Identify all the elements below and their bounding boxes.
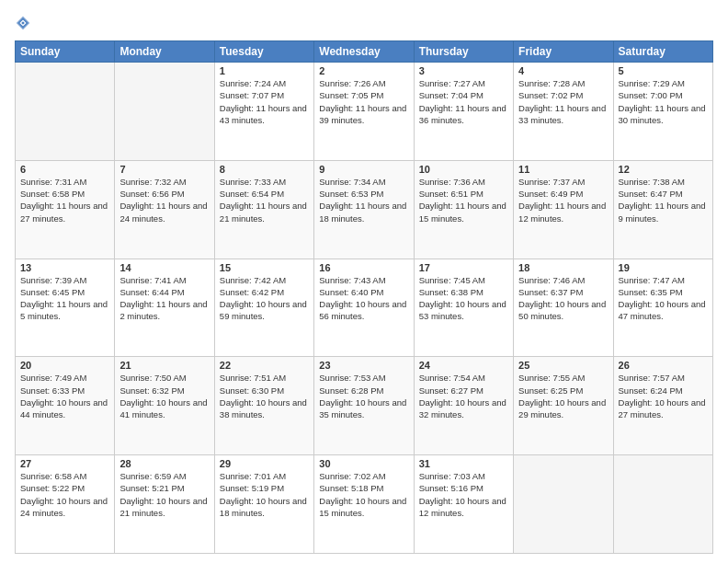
- week-row-4: 20Sunrise: 7:49 AMSunset: 6:33 PMDayligh…: [16, 357, 713, 455]
- day-cell: 23Sunrise: 7:53 AMSunset: 6:28 PMDayligh…: [314, 357, 414, 455]
- day-cell: 25Sunrise: 7:55 AMSunset: 6:25 PMDayligh…: [514, 357, 613, 455]
- header: [15, 15, 713, 31]
- day-cell: 15Sunrise: 7:42 AMSunset: 6:42 PMDayligh…: [214, 259, 313, 357]
- day-number: 27: [20, 458, 109, 469]
- day-cell: 20Sunrise: 7:49 AMSunset: 6:33 PMDayligh…: [16, 357, 115, 455]
- day-cell: [613, 455, 712, 554]
- day-number: 22: [220, 360, 309, 371]
- day-info: Sunrise: 7:43 AMSunset: 6:40 PMDaylight:…: [319, 275, 406, 322]
- day-cell: 2Sunrise: 7:26 AMSunset: 7:05 PMDaylight…: [314, 63, 414, 161]
- week-row-3: 13Sunrise: 7:39 AMSunset: 6:45 PMDayligh…: [16, 259, 713, 357]
- day-number: 16: [319, 262, 408, 273]
- day-number: 1: [220, 65, 309, 76]
- day-info: Sunrise: 7:57 AMSunset: 6:24 PMDaylight:…: [619, 373, 706, 419]
- day-info: Sunrise: 7:42 AMSunset: 6:42 PMDaylight:…: [220, 275, 307, 322]
- week-row-2: 6Sunrise: 7:31 AMSunset: 6:58 PMDaylight…: [16, 160, 713, 259]
- day-info: Sunrise: 7:53 AMSunset: 6:28 PMDaylight:…: [319, 373, 406, 419]
- day-info: Sunrise: 7:33 AMSunset: 6:54 PMDaylight:…: [220, 177, 307, 224]
- day-info: Sunrise: 7:46 AMSunset: 6:37 PMDaylight:…: [518, 275, 606, 322]
- day-number: 24: [419, 360, 508, 371]
- day-number: 9: [319, 164, 408, 175]
- day-number: 21: [119, 360, 209, 371]
- dow-header-friday: Friday: [514, 41, 613, 63]
- day-cell: 17Sunrise: 7:45 AMSunset: 6:38 PMDayligh…: [414, 259, 513, 357]
- day-number: 20: [20, 360, 109, 371]
- day-cell: 10Sunrise: 7:36 AMSunset: 6:51 PMDayligh…: [414, 160, 513, 259]
- dow-header-sunday: Sunday: [16, 41, 115, 63]
- day-number: 3: [419, 65, 508, 76]
- day-info: Sunrise: 7:26 AMSunset: 7:05 PMDaylight:…: [319, 78, 406, 125]
- day-info: Sunrise: 7:41 AMSunset: 6:44 PMDaylight:…: [119, 275, 207, 322]
- day-info: Sunrise: 6:58 AMSunset: 5:22 PMDaylight:…: [20, 471, 108, 518]
- day-number: 26: [619, 360, 708, 371]
- day-info: Sunrise: 7:50 AMSunset: 6:32 PMDaylight:…: [119, 373, 207, 419]
- day-cell: 5Sunrise: 7:29 AMSunset: 7:00 PMDaylight…: [613, 63, 712, 161]
- day-number: 13: [20, 262, 109, 273]
- day-info: Sunrise: 7:28 AMSunset: 7:02 PMDaylight:…: [518, 78, 606, 125]
- dow-header-monday: Monday: [115, 41, 214, 63]
- day-cell: 9Sunrise: 7:34 AMSunset: 6:53 PMDaylight…: [314, 160, 414, 259]
- day-number: 5: [619, 65, 708, 76]
- day-cell: 12Sunrise: 7:38 AMSunset: 6:47 PMDayligh…: [613, 160, 712, 259]
- day-cell: 4Sunrise: 7:28 AMSunset: 7:02 PMDaylight…: [514, 63, 613, 161]
- day-info: Sunrise: 7:24 AMSunset: 7:07 PMDaylight:…: [220, 78, 307, 125]
- day-number: 11: [518, 164, 608, 175]
- day-cell: [115, 63, 214, 161]
- day-cell: 7Sunrise: 7:32 AMSunset: 6:56 PMDaylight…: [115, 160, 214, 259]
- day-cell: [514, 455, 613, 554]
- day-number: 2: [319, 65, 408, 76]
- day-info: Sunrise: 7:34 AMSunset: 6:53 PMDaylight:…: [319, 177, 406, 224]
- day-number: 18: [518, 262, 608, 273]
- day-info: Sunrise: 7:03 AMSunset: 5:16 PMDaylight:…: [419, 471, 506, 518]
- day-cell: 1Sunrise: 7:24 AMSunset: 7:07 PMDaylight…: [214, 63, 313, 161]
- day-cell: 16Sunrise: 7:43 AMSunset: 6:40 PMDayligh…: [314, 259, 414, 357]
- day-info: Sunrise: 7:31 AMSunset: 6:58 PMDaylight:…: [20, 177, 108, 224]
- day-number: 19: [619, 262, 708, 273]
- day-number: 6: [20, 164, 109, 175]
- logo-icon: [15, 15, 31, 31]
- day-number: 14: [119, 262, 209, 273]
- day-number: 23: [319, 360, 408, 371]
- day-cell: 21Sunrise: 7:50 AMSunset: 6:32 PMDayligh…: [115, 357, 214, 455]
- day-info: Sunrise: 7:51 AMSunset: 6:30 PMDaylight:…: [220, 373, 307, 419]
- day-info: Sunrise: 7:01 AMSunset: 5:19 PMDaylight:…: [220, 471, 307, 518]
- dow-header-saturday: Saturday: [613, 41, 712, 63]
- day-cell: 29Sunrise: 7:01 AMSunset: 5:19 PMDayligh…: [214, 455, 313, 554]
- day-info: Sunrise: 7:37 AMSunset: 6:49 PMDaylight:…: [518, 177, 606, 224]
- day-cell: 31Sunrise: 7:03 AMSunset: 5:16 PMDayligh…: [414, 455, 513, 554]
- day-cell: 28Sunrise: 6:59 AMSunset: 5:21 PMDayligh…: [115, 455, 214, 554]
- day-info: Sunrise: 7:32 AMSunset: 6:56 PMDaylight:…: [119, 177, 207, 224]
- dow-header-tuesday: Tuesday: [214, 41, 313, 63]
- day-number: 25: [518, 360, 608, 371]
- days-of-week-row: SundayMondayTuesdayWednesdayThursdayFrid…: [16, 41, 713, 63]
- week-row-5: 27Sunrise: 6:58 AMSunset: 5:22 PMDayligh…: [16, 455, 713, 554]
- day-number: 12: [619, 164, 708, 175]
- day-cell: 30Sunrise: 7:02 AMSunset: 5:18 PMDayligh…: [314, 455, 414, 554]
- day-cell: 24Sunrise: 7:54 AMSunset: 6:27 PMDayligh…: [414, 357, 513, 455]
- day-info: Sunrise: 7:29 AMSunset: 7:00 PMDaylight:…: [619, 78, 706, 125]
- day-info: Sunrise: 7:02 AMSunset: 5:18 PMDaylight:…: [319, 471, 406, 518]
- day-number: 15: [220, 262, 309, 273]
- calendar-body: 1Sunrise: 7:24 AMSunset: 7:07 PMDaylight…: [16, 63, 713, 554]
- day-cell: 6Sunrise: 7:31 AMSunset: 6:58 PMDaylight…: [16, 160, 115, 259]
- day-info: Sunrise: 6:59 AMSunset: 5:21 PMDaylight:…: [119, 471, 207, 518]
- day-number: 4: [518, 65, 608, 76]
- day-number: 30: [319, 458, 408, 469]
- day-info: Sunrise: 7:45 AMSunset: 6:38 PMDaylight:…: [419, 275, 506, 322]
- day-cell: 13Sunrise: 7:39 AMSunset: 6:45 PMDayligh…: [16, 259, 115, 357]
- day-info: Sunrise: 7:27 AMSunset: 7:04 PMDaylight:…: [419, 78, 506, 125]
- day-info: Sunrise: 7:54 AMSunset: 6:27 PMDaylight:…: [419, 373, 506, 419]
- dow-header-wednesday: Wednesday: [314, 41, 414, 63]
- day-info: Sunrise: 7:49 AMSunset: 6:33 PMDaylight:…: [20, 373, 108, 419]
- calendar-table: SundayMondayTuesdayWednesdayThursdayFrid…: [15, 40, 713, 554]
- day-info: Sunrise: 7:47 AMSunset: 6:35 PMDaylight:…: [619, 275, 706, 322]
- day-cell: 11Sunrise: 7:37 AMSunset: 6:49 PMDayligh…: [514, 160, 613, 259]
- day-info: Sunrise: 7:55 AMSunset: 6:25 PMDaylight:…: [518, 373, 606, 419]
- day-number: 8: [220, 164, 309, 175]
- day-cell: 18Sunrise: 7:46 AMSunset: 6:37 PMDayligh…: [514, 259, 613, 357]
- day-number: 7: [119, 164, 209, 175]
- day-number: 29: [220, 458, 309, 469]
- day-info: Sunrise: 7:38 AMSunset: 6:47 PMDaylight:…: [619, 177, 706, 224]
- week-row-1: 1Sunrise: 7:24 AMSunset: 7:07 PMDaylight…: [16, 63, 713, 161]
- day-number: 28: [119, 458, 209, 469]
